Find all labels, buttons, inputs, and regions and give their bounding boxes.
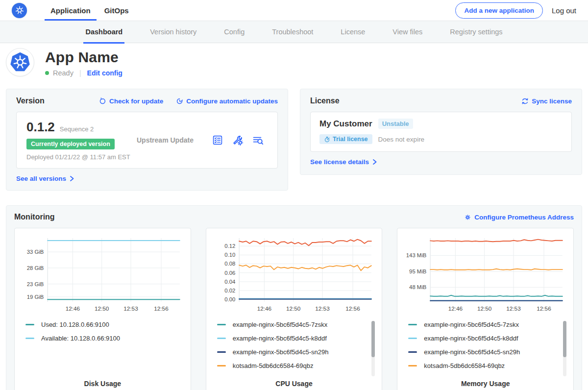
sync-license-label: Sync license — [532, 98, 572, 105]
chevron-right-icon — [69, 175, 74, 182]
wrench-gear-icon[interactable] — [232, 134, 244, 146]
legend-label: example-nginx-5bc6f5d4c5-k8ddf — [424, 335, 518, 342]
legend-item: Available: 10.128.0.66:9100 — [25, 335, 177, 342]
legend-label: Available: 10.128.0.66:9100 — [41, 335, 120, 342]
chart-title: CPU Usage — [213, 376, 375, 390]
tab-registry-settings[interactable]: Registry settings — [450, 21, 502, 43]
top-navbar: Application GitOps Add a new application… — [0, 0, 588, 21]
license-type-label: Trial license — [333, 136, 368, 143]
configure-prometheus-link[interactable]: Configure Prometheus Address — [464, 214, 574, 221]
configure-updates-label: Configure automatic updates — [186, 98, 278, 105]
legend-scrollbar[interactable] — [371, 321, 375, 376]
svg-text:12:50: 12:50 — [95, 305, 109, 312]
topnav-tab-application[interactable]: Application — [44, 0, 98, 21]
app-head-text: App Name Ready | Edit config — [45, 48, 122, 77]
legend-item: example-nginx-5bc6f5d4c5-7zskx — [217, 321, 368, 328]
chart-title: Memory Usage — [404, 376, 566, 390]
monitoring-header: Monitoring Configure Prometheus Address — [14, 213, 574, 221]
app-header: App Name Ready | Edit config — [0, 43, 588, 84]
topnav-tab-gitops[interactable]: GitOps — [98, 0, 136, 21]
see-license-details-row: See license details — [310, 158, 572, 166]
gear-icon — [464, 214, 471, 221]
update-type-label: Upstream Update — [137, 136, 212, 144]
legend-item: kotsadm-5db6dc6584-69qbz — [217, 362, 368, 369]
legend-label: example-nginx-5bc6f5d4c5-7zskx — [424, 321, 519, 328]
legend-color-dash — [217, 324, 226, 325]
topnav-tab-label: Application — [50, 6, 91, 15]
check-for-update-link[interactable]: Check for update — [99, 98, 163, 105]
edit-config-link[interactable]: Edit config — [87, 69, 122, 77]
version-number: 0.1.2 — [26, 120, 55, 135]
disk-usage-card: 19 GiB23 GiB28 GiB33 GiB12:4612:5012:531… — [14, 228, 191, 390]
svg-text:95 MiB: 95 MiB — [409, 268, 426, 274]
monitoring-title: Monitoring — [14, 213, 55, 221]
legend-label: example-nginx-5bc6f5d4c5-7zskx — [233, 321, 328, 328]
see-all-versions-link[interactable]: See all versions — [16, 175, 74, 182]
legend-color-dash — [217, 338, 226, 339]
app-avatar — [6, 48, 34, 76]
license-title: License — [310, 97, 340, 105]
svg-text:19 GiB: 19 GiB — [27, 294, 44, 300]
deployed-badge: Currently deployed version — [26, 139, 115, 149]
channel-badge: Unstable — [378, 119, 413, 129]
svg-text:48 MiB: 48 MiB — [409, 284, 426, 290]
legend-color-dash — [408, 338, 417, 339]
legend-label: kotsadm-5db6dc6584-69qbz — [233, 362, 314, 369]
legend-color-dash — [408, 324, 417, 325]
see-license-details-link[interactable]: See license details — [310, 158, 377, 166]
legend-label: example-nginx-5bc6f5d4c5-k8ddf — [233, 335, 327, 342]
svg-text:12:53: 12:53 — [507, 305, 521, 312]
main-content: Version Check for update — [0, 89, 588, 390]
add-application-button[interactable]: Add a new application — [455, 2, 543, 19]
svg-text:23 GiB: 23 GiB — [27, 281, 44, 287]
deployed-timestamp: Deployed 01/21/22 @ 11:57 am EST — [26, 153, 137, 161]
svg-text:0.12: 0.12 — [224, 243, 235, 249]
svg-text:12:56: 12:56 — [345, 305, 360, 312]
version-title: Version — [16, 97, 45, 105]
svg-text:12:46: 12:46 — [66, 305, 80, 312]
version-card: Version Check for update — [6, 89, 288, 191]
preflight-checklist-icon[interactable] — [212, 134, 223, 146]
file-search-icon[interactable] — [252, 134, 264, 146]
legend-scrollbar-thumb[interactable] — [371, 321, 375, 357]
legend-item: example-nginx-5bc6f5d4c5-k8ddf — [408, 335, 560, 342]
sequence-label: Sequence 2 — [60, 125, 94, 133]
legend-item: example-nginx-5bc6f5d4c5-k8ddf — [217, 335, 368, 342]
legend-item: example-nginx-5bc6f5d4c5-sn29h — [217, 348, 368, 356]
legend-color-dash — [217, 365, 226, 366]
version-info: 0.1.2 Sequence 2 Currently deployed vers… — [26, 120, 137, 161]
sync-license-link[interactable]: Sync license — [521, 98, 572, 105]
app-status-row: Ready | Edit config — [45, 69, 122, 77]
configure-prometheus-label: Configure Prometheus Address — [474, 214, 574, 221]
configure-automatic-updates-link[interactable]: Configure automatic updates — [176, 98, 278, 105]
sync-icon — [521, 98, 529, 105]
version-actions — [212, 134, 268, 146]
legend-item: Used: 10.128.0.66:9100 — [25, 321, 177, 328]
auto-update-icon — [176, 98, 183, 105]
refresh-icon — [99, 98, 106, 105]
tab-view-files[interactable]: View files — [392, 21, 422, 43]
tab-dashboard[interactable]: Dashboard — [85, 21, 122, 43]
monitoring-section: Monitoring Configure Prometheus Address … — [6, 205, 582, 390]
legend-color-dash — [408, 351, 417, 353]
chevron-right-icon — [372, 159, 377, 165]
svg-text:0.00: 0.00 — [224, 296, 235, 302]
tab-troubleshoot[interactable]: Troubleshoot — [272, 21, 313, 43]
version-links: Check for update Configure automatic upd… — [99, 98, 278, 105]
legend-scrollbar-thumb[interactable] — [563, 321, 566, 357]
divider: | — [77, 69, 83, 77]
logout-button[interactable]: Log out — [552, 6, 576, 15]
license-expiry: Does not expire — [378, 136, 425, 143]
svg-text:28 GiB: 28 GiB — [27, 265, 44, 271]
tab-license[interactable]: License — [341, 21, 365, 43]
legend-scrollbar[interactable] — [563, 321, 566, 376]
legend-item: example-nginx-5bc6f5d4c5-sn29h — [408, 348, 560, 356]
tab-version-history[interactable]: Version history — [150, 21, 196, 43]
cpu-usage-legend: example-nginx-5bc6f5d4c5-7zskxexample-ng… — [213, 321, 375, 369]
status-dot — [45, 71, 49, 75]
legend-color-dash — [217, 351, 226, 353]
svg-text:12:46: 12:46 — [448, 305, 463, 312]
cpu-usage-card: 0.000.020.040.060.080.100.1212:4612:5012… — [206, 228, 383, 390]
customer-name: My Customer — [319, 119, 372, 129]
tab-config[interactable]: Config — [224, 21, 245, 43]
